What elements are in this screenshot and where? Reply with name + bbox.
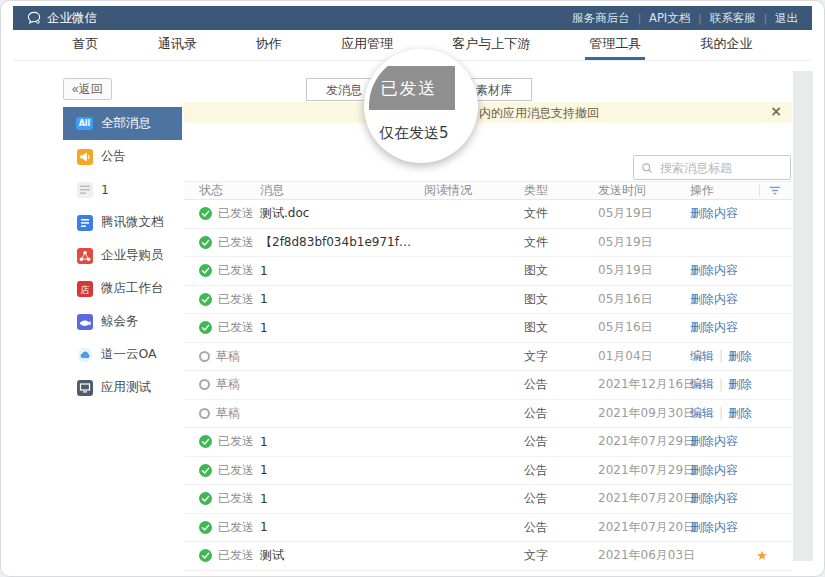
- sidebar-item-label: 全部消息: [101, 115, 151, 132]
- actions-cell: 编辑|删除: [690, 348, 792, 365]
- col-date: 发送时间: [598, 182, 690, 199]
- close-icon[interactable]: ×: [770, 103, 782, 119]
- status-cell: 已发送: [184, 490, 260, 507]
- nav-tab-2[interactable]: 通讯录: [154, 30, 201, 60]
- type-cell: 公告: [524, 490, 598, 507]
- sidebar-item[interactable]: 公告: [63, 140, 182, 173]
- nav-tab-7[interactable]: 我的企业: [696, 30, 756, 60]
- action-link[interactable]: 删除内容: [690, 319, 738, 336]
- actions-cell: 删除内容: [690, 519, 792, 536]
- message-cell: 1: [260, 435, 424, 449]
- sidebar-item[interactable]: 企业导购员: [63, 239, 182, 272]
- sent-check-icon: [199, 264, 212, 277]
- table-row: 已发送1公告2021年07月20日删除内容: [184, 514, 792, 543]
- actions-cell: 编辑|删除: [690, 376, 792, 393]
- status-cell: 已发送: [184, 262, 260, 279]
- action-link[interactable]: 删除内容: [690, 205, 738, 222]
- nav-tab-1[interactable]: 首页: [69, 30, 103, 60]
- type-cell: 公告: [524, 462, 598, 479]
- table-row: 已发送1图文05月19日删除内容: [184, 257, 792, 286]
- status-cell: 已发送: [184, 205, 260, 222]
- star-icon[interactable]: ★: [756, 548, 768, 563]
- sidebar-item[interactable]: 应用测试: [63, 371, 182, 404]
- topbar-link[interactable]: API文档: [649, 11, 690, 26]
- actions-cell: 删除内容: [690, 291, 792, 308]
- sidebar-item[interactable]: All全部消息: [63, 107, 182, 140]
- topbar: 企业微信 服务商后台|API文档|联系客服|退出: [13, 6, 812, 30]
- action-link[interactable]: 编辑: [690, 376, 714, 393]
- action-link[interactable]: 删除内容: [690, 291, 738, 308]
- actions-cell: 删除内容: [690, 462, 792, 479]
- action-link[interactable]: 删除内容: [690, 519, 738, 536]
- date-cell: 05月16日: [598, 291, 690, 308]
- action-link[interactable]: 删除内容: [690, 462, 738, 479]
- sent-check-icon: [199, 521, 212, 534]
- nav-tab-6[interactable]: 管理工具: [585, 30, 645, 60]
- action-link[interactable]: 编辑: [690, 405, 714, 422]
- sidebar-item[interactable]: 1: [63, 173, 182, 206]
- all-badge: All: [76, 116, 93, 132]
- status-cell: 已发送: [184, 547, 260, 564]
- magnifier-overlay: 已发送 仅在发送5: [364, 49, 478, 163]
- cloud-icon: [76, 347, 93, 363]
- filter-icon[interactable]: [759, 184, 792, 197]
- status-label: 已发送: [218, 490, 254, 507]
- chat-bubble-icon: [27, 11, 41, 25]
- topbar-link[interactable]: 联系客服: [710, 11, 756, 26]
- status-cell: 已发送: [184, 433, 260, 450]
- svg-text:店: 店: [80, 284, 89, 294]
- topbar-link[interactable]: 退出: [775, 11, 798, 26]
- whale-icon: [76, 314, 93, 330]
- nav-tab-5[interactable]: 客户与上下游: [448, 30, 534, 60]
- message-cell: 测试: [260, 547, 424, 564]
- back-button[interactable]: «返回: [63, 78, 112, 100]
- action-link[interactable]: 删除: [728, 376, 752, 393]
- table-row: 已发送测试.doc文件05月19日删除内容: [184, 200, 792, 229]
- search-input[interactable]: [658, 160, 783, 176]
- app-window: 企业微信 服务商后台|API文档|联系客服|退出 首页通讯录协作应用管理客户与上…: [0, 0, 825, 577]
- actions-cell: 删除内容: [690, 262, 792, 279]
- nav-tab-3[interactable]: 协作: [252, 30, 286, 60]
- status-cell: 草稿: [184, 376, 260, 393]
- status-label: 已发送: [218, 519, 254, 536]
- magnifier-content: 已发送 仅在发送5: [369, 54, 473, 158]
- sidebar-item[interactable]: 店微店工作台: [63, 272, 182, 305]
- action-link[interactable]: 删除内容: [690, 262, 738, 279]
- search-box: [633, 155, 791, 180]
- status-label: 草稿: [216, 405, 240, 422]
- action-link[interactable]: 删除内容: [690, 433, 738, 450]
- action-link[interactable]: 删除: [728, 405, 752, 422]
- action-link[interactable]: 删除内容: [690, 490, 738, 507]
- all-badge: All: [76, 117, 93, 130]
- date-cell: 05月19日: [598, 205, 690, 222]
- sidebar-item[interactable]: 腾讯微文档: [63, 206, 182, 239]
- action-separator: |: [719, 406, 723, 420]
- topbar-link[interactable]: 服务商后台: [572, 11, 630, 26]
- col-ops: 操作: [690, 182, 792, 199]
- action-link[interactable]: 编辑: [690, 348, 714, 365]
- draft-circle-icon: [199, 351, 210, 362]
- notice-bar: 内的应用消息支持撤回 ×: [184, 102, 792, 123]
- type-cell: 文件: [524, 205, 598, 222]
- topbar-link-separator: |: [764, 13, 767, 24]
- date-cell: 01月04日: [598, 348, 690, 365]
- sidebar-item[interactable]: 鲸会务: [63, 305, 182, 338]
- magnified-sent-tab: 已发送: [369, 66, 455, 110]
- type-cell: 文字: [524, 547, 598, 564]
- status-label: 已发送: [218, 462, 254, 479]
- actions-cell: 删除内容: [690, 205, 792, 222]
- message-cell: 1: [260, 463, 424, 477]
- topbar-link-separator: |: [698, 13, 701, 24]
- status-label: 已发送: [218, 205, 254, 222]
- app-logo[interactable]: 企业微信: [27, 10, 97, 27]
- actions-cell: 删除内容: [690, 433, 792, 450]
- action-link[interactable]: 删除: [728, 348, 752, 365]
- date-cell: 2021年07月20日: [598, 519, 690, 536]
- status-label: 草稿: [216, 376, 240, 393]
- table-row: 草稿文字01月04日编辑|删除: [184, 343, 792, 372]
- col-type: 类型: [524, 182, 598, 199]
- sidebar-item[interactable]: 道一云OA: [63, 338, 182, 371]
- type-cell: 图文: [524, 319, 598, 336]
- message-cell: 1: [260, 292, 424, 306]
- nav-tab-4[interactable]: 应用管理: [337, 30, 397, 60]
